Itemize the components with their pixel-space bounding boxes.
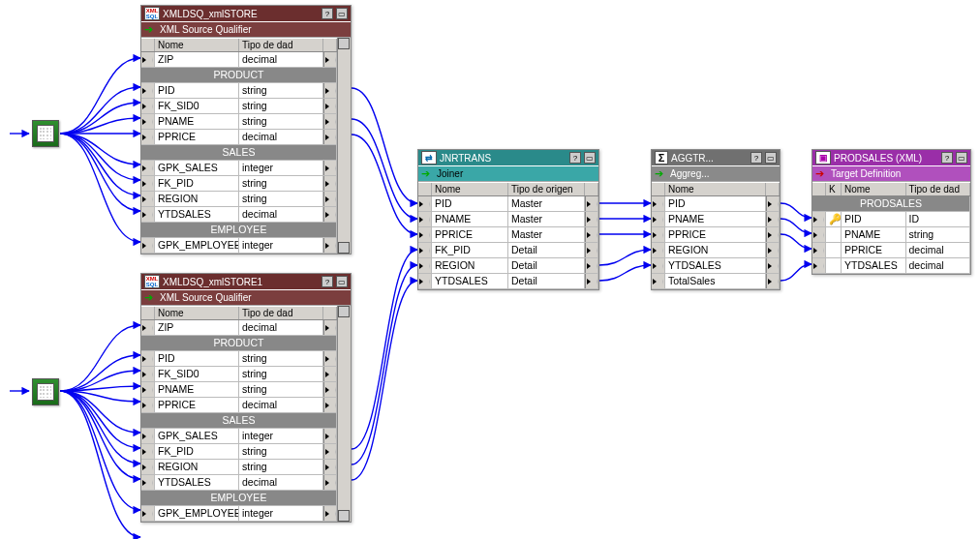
- transform-agg[interactable]: Σ AGGTR... ? ▭ ➔Aggreg...Nome PID PNAME …: [651, 149, 781, 290]
- input-port[interactable]: [141, 192, 155, 206]
- port-row[interactable]: 🔑 PID ID: [812, 212, 970, 227]
- input-port[interactable]: [812, 258, 826, 273]
- port-row[interactable]: PID string: [141, 351, 337, 367]
- input-port[interactable]: [652, 227, 665, 242]
- output-port[interactable]: [323, 207, 337, 222]
- port-row[interactable]: PNAME string: [812, 227, 970, 243]
- output-port[interactable]: [585, 258, 598, 273]
- input-port[interactable]: [418, 212, 432, 226]
- output-port[interactable]: [323, 99, 337, 113]
- output-port[interactable]: [323, 130, 337, 144]
- input-port[interactable]: [812, 227, 826, 242]
- output-port[interactable]: [766, 196, 780, 211]
- port-row[interactable]: TotalSales: [652, 274, 780, 289]
- output-port[interactable]: [323, 475, 337, 490]
- output-port[interactable]: [323, 506, 337, 521]
- input-port[interactable]: [418, 258, 432, 273]
- port-row[interactable]: REGION string: [141, 192, 337, 207]
- output-port[interactable]: [323, 192, 337, 206]
- input-port[interactable]: [418, 243, 432, 257]
- port-row[interactable]: PID: [652, 196, 780, 212]
- port-row[interactable]: FK_PID string: [141, 176, 337, 192]
- input-port[interactable]: [141, 382, 155, 397]
- output-port[interactable]: [323, 320, 337, 335]
- minimize-icon[interactable]: ▭: [765, 152, 777, 164]
- output-port[interactable]: [766, 243, 780, 257]
- transform-tgt[interactable]: ▣ PRODSALES (XML) ? ▭ ➔Target Definition…: [812, 149, 971, 275]
- input-port[interactable]: [141, 99, 155, 113]
- port-row[interactable]: PPRICE decimal: [141, 130, 337, 145]
- output-port[interactable]: [323, 83, 337, 98]
- output-port[interactable]: [323, 238, 337, 253]
- input-port[interactable]: [652, 196, 665, 211]
- output-port[interactable]: [323, 367, 337, 381]
- input-port[interactable]: [141, 207, 155, 222]
- output-port[interactable]: [323, 161, 337, 175]
- port-row[interactable]: PPRICE decimal: [812, 243, 970, 258]
- port-row[interactable]: ZIP decimal: [141, 52, 337, 68]
- input-port[interactable]: [141, 351, 155, 366]
- help-icon[interactable]: ?: [322, 276, 333, 287]
- output-port[interactable]: [766, 258, 780, 273]
- port-row[interactable]: FK_SID0 string: [141, 99, 337, 114]
- port-row[interactable]: PPRICE: [652, 227, 780, 243]
- output-port[interactable]: [323, 429, 337, 443]
- port-row[interactable]: YTDSALES Detail: [418, 274, 598, 289]
- transform-sq2[interactable]: XMLSQL XMLDSQ_xmlSTORE1 ? ▭➔XML Source Q…: [140, 273, 352, 523]
- input-port[interactable]: [141, 475, 155, 490]
- input-port[interactable]: [141, 444, 155, 459]
- minimize-icon[interactable]: ▭: [956, 152, 967, 164]
- port-row[interactable]: REGION Detail: [418, 258, 598, 274]
- output-port[interactable]: [323, 382, 337, 397]
- minimize-icon[interactable]: ▭: [336, 8, 348, 19]
- help-icon[interactable]: ?: [941, 152, 953, 164]
- input-port[interactable]: [141, 460, 155, 474]
- port-row[interactable]: PID Master: [418, 196, 598, 212]
- input-port[interactable]: [418, 196, 432, 211]
- input-port[interactable]: [141, 52, 155, 67]
- port-row[interactable]: ZIP decimal: [141, 320, 337, 336]
- output-port[interactable]: [323, 398, 337, 412]
- scroll-up-icon[interactable]: [338, 306, 350, 317]
- source-icon-2[interactable]: [32, 378, 59, 405]
- port-row[interactable]: PNAME string: [141, 114, 337, 130]
- input-port[interactable]: [812, 243, 826, 257]
- input-port[interactable]: [418, 274, 432, 288]
- output-port[interactable]: [585, 212, 598, 226]
- output-port[interactable]: [323, 444, 337, 459]
- input-port[interactable]: [141, 506, 155, 521]
- port-row[interactable]: FK_PID string: [141, 444, 337, 460]
- scroll-down-icon[interactable]: [338, 242, 350, 254]
- port-row[interactable]: PID string: [141, 83, 337, 99]
- port-row[interactable]: YTDSALES decimal: [812, 258, 970, 274]
- port-row[interactable]: GPK_EMPLOYEE integer: [141, 238, 337, 254]
- output-port[interactable]: [323, 351, 337, 366]
- output-port[interactable]: [323, 176, 337, 191]
- transform-joiner[interactable]: ⇄ JNRTRANS ? ▭ ➔JoinerNomeTipo de origen…: [417, 149, 599, 290]
- port-row[interactable]: REGION: [652, 243, 780, 258]
- transform-sq1[interactable]: XMLSQL XMLDSQ_xmlSTORE ? ▭➔XML Source Qu…: [140, 5, 352, 255]
- port-row[interactable]: FK_PID Detail: [418, 243, 598, 258]
- minimize-icon[interactable]: ▭: [336, 276, 348, 287]
- output-port[interactable]: [585, 227, 598, 242]
- input-port[interactable]: [141, 238, 155, 253]
- input-port[interactable]: [141, 398, 155, 412]
- input-port[interactable]: [141, 83, 155, 98]
- source-icon-1[interactable]: [32, 120, 59, 147]
- output-port[interactable]: [766, 212, 780, 226]
- help-icon[interactable]: ?: [322, 8, 333, 19]
- input-port[interactable]: [418, 227, 432, 242]
- output-port[interactable]: [585, 243, 598, 257]
- port-row[interactable]: PNAME Master: [418, 212, 598, 227]
- input-port[interactable]: [652, 274, 665, 288]
- output-port[interactable]: [323, 114, 337, 129]
- input-port[interactable]: [652, 258, 665, 273]
- help-icon[interactable]: ?: [569, 152, 581, 164]
- port-row[interactable]: GPK_SALES integer: [141, 429, 337, 444]
- port-row[interactable]: YTDSALES decimal: [141, 207, 337, 223]
- port-row[interactable]: GPK_SALES integer: [141, 161, 337, 176]
- port-row[interactable]: YTDSALES decimal: [141, 475, 337, 491]
- port-row[interactable]: FK_SID0 string: [141, 367, 337, 382]
- input-port[interactable]: [812, 212, 826, 226]
- input-port[interactable]: [652, 212, 665, 226]
